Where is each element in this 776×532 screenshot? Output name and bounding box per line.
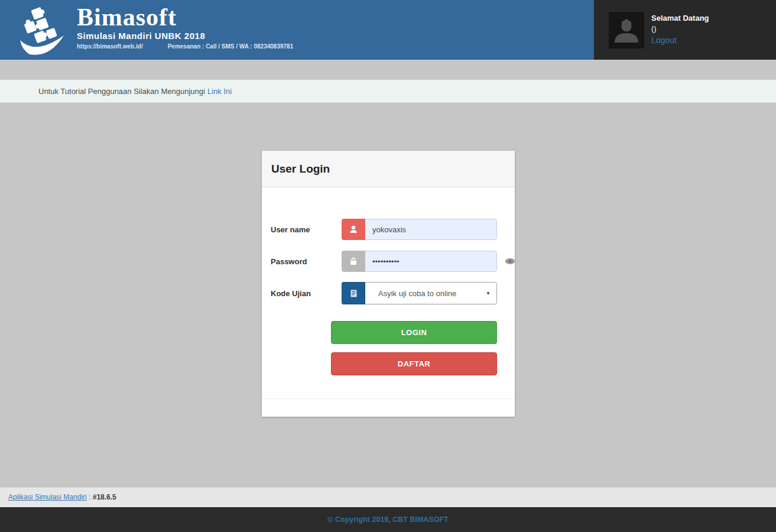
bimasoft-puzzle-logo-icon [17,6,71,59]
tutorial-bar: Untuk Tutorial Penggunaan Silakan Mengun… [0,80,776,103]
version-separator: : [87,493,93,501]
avatar [609,12,644,48]
brand-website: https://bimasoft.web.id/ [77,43,143,50]
login-card-footer [262,398,515,417]
username-input[interactable] [365,219,497,240]
exam-book-icon [342,282,365,304]
login-card-title: User Login [262,151,515,187]
password-input[interactable] [365,251,497,272]
version-bar: Aplikasi Simulasi Mandiri : #18.6.5 [0,487,776,507]
username-row: User name [262,219,515,240]
tutorial-link[interactable]: Link Ini [207,87,232,96]
copyright-bar: © Copyright 2019, CBT BIMASOFT [0,507,776,532]
chevron-down-icon: ▼ [486,291,491,296]
brand[interactable]: Bimasoft Simulasi Mandiri UNBK 2018 http… [17,4,293,59]
welcome-text: Selamat Datang [651,13,709,24]
daftar-button[interactable]: DAFTAR [331,352,497,375]
show-password-eye-icon[interactable] [504,255,517,268]
copyright-text: © Copyright 2019, CBT BIMASOFT [327,515,448,524]
app-header: Bimasoft Simulasi Mandiri UNBK 2018 http… [0,0,776,60]
username-label: User name [271,219,310,240]
brand-subtitle: Simulasi Mandiri UNBK 2018 [77,31,293,41]
user-icon [342,219,365,240]
app-version-link[interactable]: Aplikasi Simulasi Mandiri [8,493,87,501]
brand-name: Bimasoft [77,4,293,31]
password-row: Password [262,251,515,272]
login-button[interactable]: LOGIN [331,321,497,344]
exam-code-row: Kode Ujian Asyik uji coba to online ▼ [262,282,515,304]
logged-in-username: () [651,24,709,34]
version-number: #18.6.5 [93,493,116,501]
logout-link[interactable]: Logout [651,34,677,46]
lock-icon [342,251,365,272]
brand-contact: Pemesanan : Call / SMS / WA : 0823408397… [168,43,294,50]
exam-code-select[interactable]: Asyik uji coba to online ▼ [365,282,497,304]
exam-code-selected-option: Asyik uji coba to online [378,289,456,298]
user-panel: Selamat Datang () Logout [594,0,776,60]
tutorial-text: Untuk Tutorial Penggunaan Silakan Mengun… [38,87,205,96]
password-label: Password [271,251,307,272]
exam-code-label: Kode Ujian [271,282,311,304]
login-card: User Login User name Password [262,151,515,417]
